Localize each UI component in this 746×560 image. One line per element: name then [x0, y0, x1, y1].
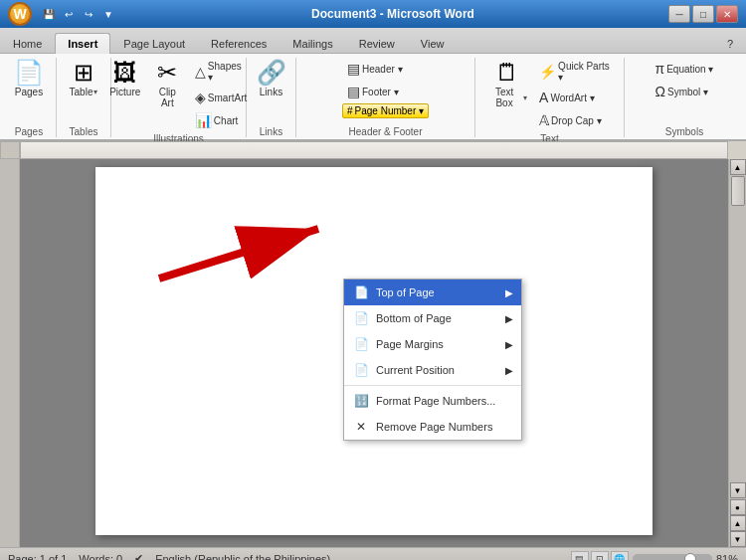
- next-page-button[interactable]: ▼: [730, 531, 746, 547]
- current-position-label: Current Position: [376, 364, 455, 376]
- top-of-page-arrow: ▶: [505, 287, 513, 298]
- pages-buttons: 📄 Pages: [9, 58, 49, 124]
- spell-icon: ✔: [134, 552, 143, 560]
- menu-item-remove-page-numbers[interactable]: ✕ Remove Page Numbers: [344, 414, 521, 440]
- word-count-status: Words: 0: [79, 553, 122, 561]
- scroll-thumb[interactable]: [731, 176, 745, 206]
- menu-item-top-of-page[interactable]: 📄 Top of Page ▶: [344, 280, 521, 305]
- menu-item-current-position[interactable]: 📄 Current Position ▶: [344, 357, 521, 383]
- symbol-icon: Ω: [655, 84, 665, 99]
- spell-check-status: ✔: [134, 552, 143, 560]
- scroll-track[interactable]: [730, 175, 746, 482]
- scroll-up-button[interactable]: ▲: [730, 159, 746, 175]
- text-col: ⚡ Quick Parts ▾ A WordArt ▾ 𝔸 Drop Cap ▾: [534, 58, 618, 131]
- page-info: Page: 1 of 1: [8, 553, 67, 561]
- symbols-buttons: π Equation ▾ Ω Symbol ▾: [651, 58, 719, 124]
- page-number-button[interactable]: # Page Number ▾: [342, 103, 429, 118]
- redo-qa-btn[interactable]: ↪: [80, 5, 97, 23]
- chart-button[interactable]: 📊 Chart: [190, 109, 252, 131]
- view-buttons: ▤ ⊡ 🌐: [571, 551, 629, 561]
- ribbon-tab-bar: Home Insert Page Layout References Maili…: [0, 28, 746, 54]
- tab-references[interactable]: References: [198, 33, 280, 54]
- dropcap-icon: 𝔸: [539, 112, 549, 128]
- links-buttons: 🔗 Links: [252, 58, 291, 124]
- equation-button[interactable]: π Equation ▾: [651, 58, 719, 80]
- tab-page-layout[interactable]: Page Layout: [110, 33, 198, 54]
- ribbon-group-illustrations: 🖼 Picture ✂ Clip Art △ Shapes ▾ ◈ SmartA…: [111, 58, 247, 137]
- menu-item-bottom-of-page[interactable]: 📄 Bottom of Page ▶: [344, 305, 521, 331]
- ribbon-group-tables: ⊞ Table ▾ Tables: [57, 58, 111, 137]
- title-bar-left: W 💾 ↩ ↪ ▼: [8, 2, 117, 26]
- textbox-button[interactable]: 🗒 Text Box ▾: [481, 58, 532, 111]
- remove-page-numbers-icon: ✕: [352, 418, 370, 436]
- format-page-numbers-icon: 🔢: [352, 392, 370, 410]
- customize-qa-btn[interactable]: ▼: [99, 5, 117, 23]
- shapes-button[interactable]: △ Shapes ▾: [190, 58, 252, 86]
- save-qa-btn[interactable]: 💾: [40, 5, 58, 23]
- ribbon-group-header-footer: ▤ Header ▾ ▤ Footer ▾ # Page Number ▾ He…: [296, 58, 475, 137]
- ruler-right-spacer: [728, 141, 746, 159]
- pages-button[interactable]: 📄 Pages: [9, 58, 49, 100]
- maximize-button[interactable]: □: [692, 5, 714, 23]
- symbols-col: π Equation ▾ Ω Symbol ▾: [651, 58, 719, 102]
- header-button[interactable]: ▤ Header ▾: [342, 58, 429, 80]
- header-footer-col: ▤ Header ▾ ▤ Footer ▾ # Page Number ▾: [342, 58, 429, 118]
- tables-group-label: Tables: [70, 126, 98, 137]
- page-status: Page: 1 of 1: [8, 553, 67, 561]
- zoom-thumb[interactable]: [684, 553, 696, 561]
- tab-review[interactable]: Review: [346, 33, 408, 54]
- tab-mailings[interactable]: Mailings: [280, 33, 345, 54]
- undo-qa-btn[interactable]: ↩: [60, 5, 78, 23]
- bottom-of-page-label: Bottom of Page: [376, 312, 452, 324]
- header-footer-buttons: ▤ Header ▾ ▤ Footer ▾ # Page Number ▾: [342, 58, 429, 124]
- equation-icon: π: [655, 61, 665, 77]
- smartart-button[interactable]: ◈ SmartArt: [190, 87, 252, 108]
- title-bar: W 💾 ↩ ↪ ▼ Document3 - Microsoft Word ─ □…: [0, 0, 746, 28]
- shapes-icon: △: [195, 64, 206, 80]
- symbols-group-label: Symbols: [665, 126, 703, 137]
- wordart-button[interactable]: A WordArt ▾: [534, 87, 618, 108]
- zoom-slider[interactable]: [633, 554, 712, 561]
- language-status: English (Republic of the Philippines): [155, 553, 330, 561]
- dropcap-button[interactable]: 𝔸 Drop Cap ▾: [534, 109, 618, 131]
- office-button[interactable]: W: [8, 2, 32, 26]
- links-icon: 🔗: [257, 61, 286, 85]
- menu-item-format-page-numbers[interactable]: 🔢 Format Page Numbers...: [344, 388, 521, 414]
- select-browse-object-button[interactable]: ●: [730, 499, 746, 515]
- window-title: Document3 - Microsoft Word: [117, 7, 668, 21]
- footer-button[interactable]: ▤ Footer ▾: [342, 81, 429, 102]
- scroll-down-button[interactable]: ▼: [730, 482, 746, 498]
- symbol-button[interactable]: Ω Symbol ▾: [651, 81, 719, 102]
- full-screen-btn[interactable]: ⊡: [591, 551, 609, 561]
- tab-help[interactable]: ?: [714, 33, 746, 54]
- quick-parts-button[interactable]: ⚡ Quick Parts ▾: [534, 58, 618, 86]
- close-button[interactable]: ✕: [716, 5, 738, 23]
- tab-view[interactable]: View: [408, 33, 458, 54]
- pages-icon: 📄: [14, 61, 44, 85]
- context-menu: 📄 Top of Page ▶ 📄 Bottom of Page ▶ 📄 Pag…: [343, 279, 522, 441]
- menu-item-page-margins[interactable]: 📄 Page Margins ▶: [344, 331, 521, 357]
- picture-button[interactable]: 🖼 Picture: [105, 58, 145, 100]
- quick-access-toolbar: 💾 ↩ ↪ ▼: [40, 5, 117, 23]
- clipart-button[interactable]: ✂ Clip Art: [147, 58, 188, 111]
- print-layout-btn[interactable]: ▤: [571, 551, 589, 561]
- chart-icon: 📊: [195, 112, 212, 128]
- web-layout-btn[interactable]: 🌐: [611, 551, 629, 561]
- table-button[interactable]: ⊞ Table ▾: [64, 58, 103, 100]
- svg-rect-0: [21, 142, 727, 159]
- page-margins-icon: 📄: [352, 335, 370, 353]
- bottom-of-page-arrow: ▶: [505, 313, 513, 324]
- prev-page-button[interactable]: ▲: [730, 515, 746, 531]
- ruler-corner: [0, 141, 20, 159]
- links-button[interactable]: 🔗 Links: [252, 58, 291, 100]
- tab-home[interactable]: Home: [0, 33, 55, 54]
- ribbon-group-pages: 📄 Pages Pages: [2, 58, 57, 137]
- tab-insert[interactable]: Insert: [55, 33, 110, 54]
- clipart-icon: ✂: [157, 61, 177, 85]
- smartart-icon: ◈: [195, 90, 206, 105]
- textbox-icon: 🗒: [495, 61, 519, 85]
- minimize-button[interactable]: ─: [668, 5, 690, 23]
- document-area[interactable]: 📄 Top of Page ▶ 📄 Bottom of Page ▶ 📄 Pag…: [20, 159, 728, 547]
- ribbon-group-links: 🔗 Links Links: [247, 58, 296, 137]
- links-group-label: Links: [260, 126, 282, 137]
